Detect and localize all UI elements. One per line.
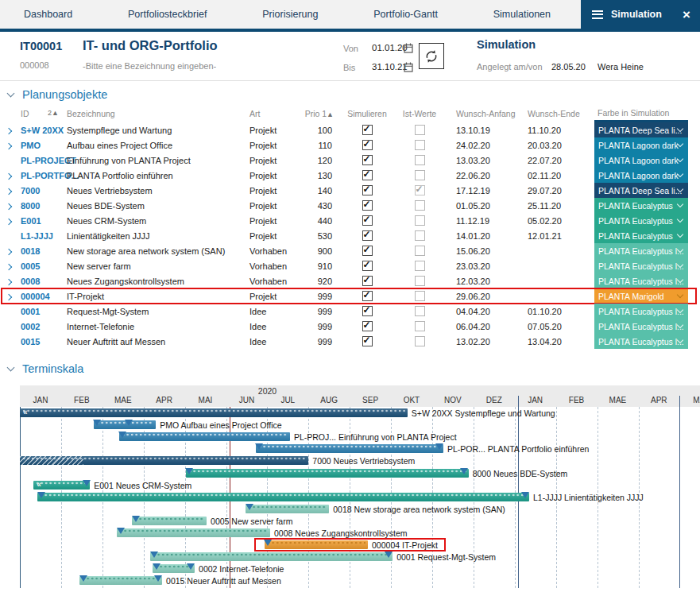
simulieren-checkbox[interactable] bbox=[362, 125, 373, 135]
farbe-dropdown[interactable]: PLANTA Eucalyptus l... bbox=[594, 243, 688, 258]
gantt-bar[interactable] bbox=[119, 432, 290, 441]
column-header-prio[interactable]: Prio 1▲ bbox=[304, 109, 334, 118]
expander-chevron-icon[interactable] bbox=[0, 126, 21, 135]
farbe-dropdown[interactable]: PLANTA Deep Sea li... bbox=[594, 183, 688, 198]
farbe-dropdown[interactable]: PLANTA Marigold bbox=[594, 288, 688, 304]
refresh-button[interactable] bbox=[419, 43, 444, 69]
ist-werte-checkbox[interactable] bbox=[415, 140, 425, 150]
expander-chevron-icon[interactable] bbox=[0, 141, 21, 150]
expander-chevron-icon[interactable] bbox=[0, 201, 21, 211]
farbe-dropdown[interactable]: PLANTA Eucalyptus l... bbox=[594, 273, 688, 288]
simulieren-checkbox[interactable] bbox=[362, 155, 373, 165]
row-id-link[interactable]: PMO bbox=[21, 141, 67, 150]
nav-item-priorisierung[interactable]: Priorisierung bbox=[262, 9, 318, 20]
gantt-bar[interactable] bbox=[117, 528, 270, 537]
ist-werte-checkbox[interactable] bbox=[415, 276, 425, 286]
nav-item-simulationen[interactable]: Simulationen bbox=[493, 9, 551, 20]
ist-werte-checkbox[interactable] bbox=[415, 155, 425, 165]
simulieren-checkbox[interactable] bbox=[362, 246, 373, 256]
column-header-bezeichnung[interactable]: Bezeichnung bbox=[67, 109, 249, 118]
row-id-link[interactable]: 0002 bbox=[21, 322, 67, 331]
row-id-link[interactable]: E001 bbox=[21, 216, 67, 226]
collapse-chevron-icon[interactable] bbox=[7, 90, 15, 98]
ist-werte-checkbox[interactable] bbox=[415, 306, 425, 316]
column-header-id[interactable]: ID 2▲ bbox=[21, 109, 67, 118]
portfolio-subtitle[interactable]: -Bitte eine Bezeichnung eingeben- bbox=[83, 61, 216, 71]
row-id-link[interactable]: 0018 bbox=[21, 246, 67, 256]
calendar-icon[interactable] bbox=[404, 42, 413, 56]
column-header-art[interactable]: Art bbox=[249, 109, 304, 118]
row-id-link[interactable]: 0005 bbox=[21, 261, 67, 271]
close-icon[interactable]: × bbox=[683, 8, 690, 21]
gantt-bar[interactable] bbox=[186, 469, 469, 478]
nav-item-dashboard[interactable]: Dashboard bbox=[24, 9, 72, 20]
row-id-link[interactable]: PL-PROJECT bbox=[21, 156, 67, 165]
gantt-bar[interactable] bbox=[132, 517, 207, 525]
ist-werte-checkbox[interactable] bbox=[415, 336, 425, 346]
farbe-dropdown[interactable]: PLANTA Eucalyptus l... bbox=[594, 304, 688, 319]
nav-item-portfoliosteckbrief[interactable]: Portfoliosteckbrief bbox=[128, 9, 207, 20]
simulieren-checkbox[interactable] bbox=[362, 200, 373, 211]
column-header-ist-werte[interactable]: Ist-Werte bbox=[400, 109, 439, 118]
simulieren-checkbox[interactable] bbox=[362, 230, 373, 241]
gantt-bar[interactable]: « bbox=[33, 481, 90, 490]
gantt-bar[interactable] bbox=[150, 552, 393, 561]
nav-item-portfolio-gantt[interactable]: Portfolio-Gantt bbox=[373, 9, 438, 20]
ist-werte-checkbox[interactable] bbox=[415, 215, 425, 226]
row-id-link[interactable]: S+W 20XX bbox=[21, 126, 67, 135]
farbe-dropdown[interactable]: PLANTA Lagoon dark bbox=[594, 137, 688, 153]
von-date-field[interactable]: 01.01.20 bbox=[372, 43, 408, 52]
row-id-link[interactable]: 7000 bbox=[21, 186, 67, 195]
simulieren-checkbox[interactable] bbox=[362, 306, 373, 316]
expander-chevron-icon[interactable] bbox=[0, 216, 21, 226]
gantt-bar[interactable] bbox=[246, 505, 329, 513]
farbe-dropdown[interactable]: PLANTA Eucalyptus bbox=[594, 228, 688, 243]
farbe-dropdown[interactable]: PLANTA Eucalyptus bbox=[594, 213, 688, 228]
simulieren-checkbox[interactable] bbox=[362, 215, 373, 226]
farbe-dropdown[interactable]: PLANTA Eucalyptus bbox=[594, 198, 688, 213]
gantt-bar[interactable] bbox=[79, 576, 162, 585]
ist-werte-checkbox[interactable] bbox=[415, 321, 425, 331]
ist-werte-checkbox[interactable] bbox=[415, 246, 425, 256]
ist-werte-checkbox[interactable] bbox=[415, 261, 425, 271]
expander-chevron-icon[interactable] bbox=[0, 246, 21, 256]
row-id-link[interactable]: 0008 bbox=[21, 277, 67, 286]
farbe-dropdown[interactable]: PLANTA Lagoon dark bbox=[594, 153, 688, 168]
column-header-simulieren[interactable]: Simulieren bbox=[334, 109, 400, 118]
ist-werte-checkbox[interactable] bbox=[415, 185, 425, 195]
expander-chevron-icon[interactable] bbox=[0, 186, 21, 195]
row-id-link[interactable]: L1-JJJJ bbox=[21, 231, 67, 241]
ist-werte-checkbox[interactable] bbox=[415, 200, 425, 211]
row-id-link[interactable]: 8000 bbox=[21, 201, 67, 211]
gantt-bar[interactable] bbox=[256, 444, 443, 453]
simulieren-checkbox[interactable] bbox=[362, 336, 373, 346]
simulieren-checkbox[interactable] bbox=[362, 291, 373, 301]
farbe-dropdown[interactable]: PLANTA Deep Sea li... bbox=[594, 122, 688, 137]
ist-werte-checkbox[interactable] bbox=[415, 230, 425, 241]
farbe-dropdown[interactable]: PLANTA Eucalyptus l... bbox=[594, 334, 688, 349]
farbe-dropdown[interactable]: PLANTA Eucalyptus l... bbox=[594, 319, 688, 334]
ist-werte-checkbox[interactable] bbox=[415, 170, 425, 180]
column-header-farbe[interactable]: Farbe in Simulation bbox=[594, 105, 688, 122]
expander-chevron-icon[interactable] bbox=[0, 292, 21, 301]
simulieren-checkbox[interactable] bbox=[362, 140, 373, 150]
farbe-dropdown[interactable]: PLANTA Eucalyptus l... bbox=[594, 258, 688, 273]
column-header-wunsch-ende[interactable]: Wunsch-Ende bbox=[526, 109, 594, 118]
bis-date-field[interactable]: 31.10.21 bbox=[372, 62, 408, 72]
collapse-chevron-icon[interactable] bbox=[7, 364, 15, 372]
expander-chevron-icon[interactable] bbox=[0, 261, 21, 271]
simulieren-checkbox[interactable] bbox=[362, 261, 373, 271]
ist-werte-checkbox[interactable] bbox=[415, 291, 425, 301]
row-id-link[interactable]: 0001 bbox=[21, 307, 67, 316]
simulieren-checkbox[interactable] bbox=[362, 321, 373, 331]
gantt-bar[interactable]: « bbox=[20, 408, 408, 417]
farbe-dropdown[interactable]: PLANTA Lagoon dark bbox=[594, 168, 688, 183]
column-header-wunsch-anfang[interactable]: Wunsch-Anfang bbox=[439, 109, 526, 118]
row-id-link[interactable]: 000004 bbox=[21, 292, 67, 301]
calendar-icon[interactable] bbox=[404, 61, 413, 75]
expander-chevron-icon[interactable] bbox=[0, 171, 21, 180]
simulieren-checkbox[interactable] bbox=[362, 276, 373, 286]
row-id-link[interactable]: PL-PORTFO... bbox=[21, 171, 67, 180]
expander-chevron-icon[interactable] bbox=[0, 277, 21, 286]
simulieren-checkbox[interactable] bbox=[362, 185, 373, 195]
